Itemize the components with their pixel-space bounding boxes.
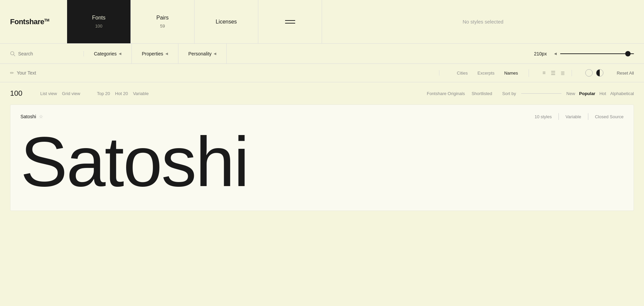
logo: FontshareTM — [0, 0, 67, 43]
text-bar: ✏ Cities Excerpts Names ≡ ☰ ≣ Reset All — [0, 64, 644, 82]
font-list-header: 100 List view Grid view Top 20 Hot 20 Va… — [0, 82, 644, 104]
size-control: 210px ◀ — [534, 51, 634, 56]
nav-fonts-label: Fonts — [92, 15, 105, 21]
sort-label: Sort by — [502, 91, 516, 96]
font-source-label: Closed Source — [595, 114, 624, 119]
list-view-button[interactable]: List view — [40, 91, 57, 96]
logo-name: Fontshare — [10, 17, 44, 26]
properties-arrow-icon: ◀ — [165, 52, 168, 55]
size-decrease-icon[interactable]: ◀ — [554, 52, 557, 55]
preview-text-input[interactable] — [17, 70, 439, 76]
text-input-area: ✏ — [10, 70, 439, 76]
multi-lines-icon[interactable]: ≣ — [560, 70, 565, 76]
no-styles-panel: No styles selected — [322, 0, 644, 43]
size-slider[interactable] — [560, 53, 634, 54]
preview-options: Cities Excerpts Names — [446, 69, 529, 77]
hamburger-line-2 — [285, 23, 295, 24]
nav-pairs-count: 59 — [160, 24, 165, 29]
hamburger-menu[interactable] — [258, 0, 322, 43]
meta-divider — [558, 113, 559, 120]
nav-fonts[interactable]: Fonts 100 — [67, 0, 131, 43]
sort-hot[interactable]: Hot — [599, 91, 606, 96]
personality-label: Personality — [189, 51, 212, 56]
properties-filter[interactable]: Properties ◀ — [132, 44, 178, 63]
filter-tags: Top 20 Hot 20 Variable — [97, 91, 149, 96]
categories-arrow-icon: ◀ — [119, 52, 121, 55]
logo-tm: TM — [44, 18, 49, 22]
hot20-tag[interactable]: Hot 20 — [115, 91, 128, 96]
font-name: Satoshi — [20, 114, 36, 119]
display-options: ≡ ☰ ≣ — [536, 70, 572, 76]
properties-label: Properties — [142, 51, 163, 56]
no-styles-text: No styles selected — [463, 19, 503, 25]
personality-arrow-icon: ◀ — [214, 52, 216, 55]
nav-pairs[interactable]: Pairs 59 — [131, 0, 195, 43]
top-navigation: FontshareTM Fonts 100 Pairs 59 Licenses … — [0, 0, 644, 44]
view-toggle: List view Grid view — [40, 91, 80, 96]
preview-names[interactable]: Names — [500, 69, 522, 77]
sort-options: New Popular Hot Alphabetical — [567, 91, 634, 96]
sort-alphabetical[interactable]: Alphabetical — [610, 91, 634, 96]
search-icon — [10, 51, 15, 56]
hamburger-line-1 — [285, 20, 295, 21]
svg-point-0 — [11, 51, 14, 55]
filter-bar: Categories ◀ Properties ◀ Personality ◀ … — [0, 44, 644, 64]
pencil-icon: ✏ — [10, 70, 14, 76]
star-icon[interactable]: ☆ — [39, 114, 43, 119]
search-area — [10, 51, 84, 56]
sort-popular[interactable]: Popular — [579, 91, 595, 96]
preview-cities[interactable]: Cities — [453, 69, 472, 77]
font-styles-count: 10 styles — [535, 114, 552, 119]
variable-tag[interactable]: Variable — [133, 91, 149, 96]
originals-collection[interactable]: Fontshare Originals — [427, 91, 465, 96]
font-card-satoshi[interactable]: Satoshi ☆ 10 styles Variable Closed Sour… — [10, 104, 634, 211]
categories-label: Categories — [94, 51, 117, 56]
categories-filter[interactable]: Categories ◀ — [84, 44, 132, 63]
font-count: 100 — [10, 89, 30, 98]
font-card-header: Satoshi ☆ 10 styles Variable Closed Sour… — [20, 113, 624, 120]
svg-line-1 — [14, 54, 15, 56]
dark-theme-button[interactable] — [596, 69, 603, 77]
font-collections: Fontshare Originals Shortlisted — [427, 91, 492, 96]
font-meta: 10 styles Variable Closed Source — [535, 113, 624, 120]
theme-options — [579, 69, 610, 77]
hamburger-icon — [285, 20, 295, 24]
preview-excerpts[interactable]: Excerpts — [474, 69, 499, 77]
personality-filter[interactable]: Personality ◀ — [178, 44, 227, 63]
shortlisted-collection[interactable]: Shortlisted — [472, 91, 492, 96]
sort-new[interactable]: New — [567, 91, 575, 96]
sort-area: Sort by New Popular Hot Alphabetical — [502, 91, 634, 96]
nav-licenses[interactable]: Licenses — [195, 0, 258, 43]
sort-line-divider — [521, 93, 561, 94]
top20-tag[interactable]: Top 20 — [97, 91, 110, 96]
font-name-area: Satoshi ☆ — [20, 114, 43, 119]
search-input[interactable] — [18, 51, 68, 56]
grid-view-button[interactable]: Grid view — [62, 91, 80, 96]
size-value-label: 210px — [534, 51, 551, 56]
nav-pairs-label: Pairs — [156, 15, 168, 21]
light-theme-button[interactable] — [585, 69, 593, 77]
logo-text: FontshareTM — [10, 17, 49, 26]
reset-all-button[interactable]: Reset All — [617, 71, 634, 76]
single-line-icon[interactable]: ≡ — [542, 70, 545, 76]
medium-lines-icon[interactable]: ☰ — [551, 70, 555, 76]
nav-licenses-label: Licenses — [216, 19, 237, 25]
nav-fonts-count: 100 — [95, 24, 103, 29]
font-variable-label: Variable — [566, 114, 581, 119]
meta-divider-2 — [588, 113, 588, 120]
font-preview-text: Satoshi — [20, 127, 624, 197]
